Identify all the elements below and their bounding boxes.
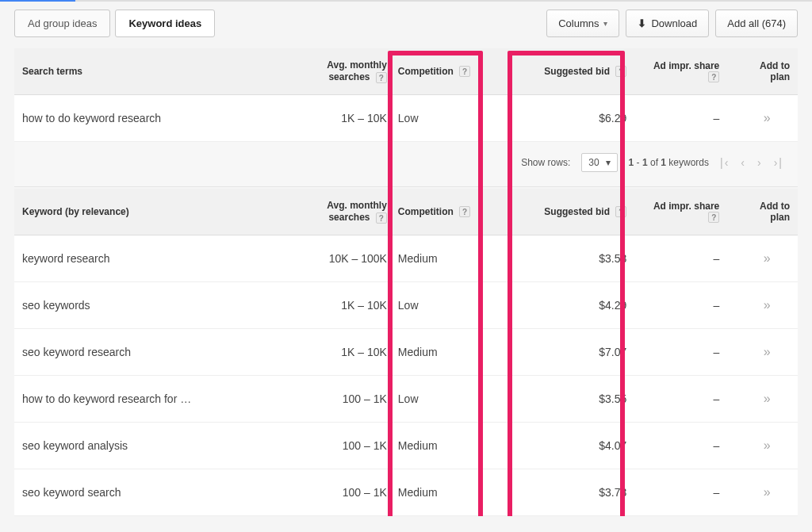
cell-impr: –	[638, 235, 733, 282]
chevron-down-icon: ▾	[603, 19, 607, 28]
cell-avg: 1K – 10K	[302, 282, 390, 329]
cell-impr: –	[638, 95, 733, 142]
add-to-plan-icon[interactable]: »	[764, 298, 768, 312]
header-suggested-bid[interactable]: Suggested bid ?	[514, 189, 638, 235]
add-to-plan-icon[interactable]: »	[764, 111, 768, 124]
cell-term: seo keywords	[14, 282, 302, 329]
cell-avg: 100 – 1K	[302, 423, 390, 469]
download-label: Download	[651, 17, 697, 29]
add-to-plan-icon[interactable]: »	[764, 392, 768, 405]
help-icon[interactable]: ?	[376, 72, 387, 83]
header-keyword-relevance[interactable]: Keyword (by relevance)	[14, 189, 302, 235]
cell-bid: $3.73	[514, 469, 638, 516]
rows-select[interactable]: 30 ▾	[581, 153, 617, 172]
download-icon: ⬇	[638, 17, 646, 29]
cell-term: seo keyword search	[14, 469, 302, 516]
cell-avg: 100 – 1K	[302, 376, 390, 423]
cell-impr: –	[638, 282, 733, 329]
show-rows-label: Show rows:	[521, 157, 570, 168]
chevron-down-icon: ▾	[606, 157, 611, 168]
help-icon[interactable]: ?	[459, 66, 470, 77]
cell-impr: –	[638, 469, 733, 516]
toolbar: Ad group ideas Keyword ideas Columns ▾ ⬇…	[0, 2, 812, 48]
cell-avg: 10K – 100K	[302, 235, 390, 282]
table-row: how to do keyword research1K – 10KLow$6.…	[14, 95, 798, 142]
add-all-label: Add all (674)	[727, 17, 786, 29]
cell-bid: $4.07	[514, 423, 638, 469]
cell-bid: $4.29	[514, 282, 638, 329]
cell-competition: Medium	[390, 329, 514, 376]
cell-impr: –	[638, 329, 733, 376]
cell-competition: Medium	[390, 235, 514, 282]
help-icon[interactable]: ?	[459, 206, 470, 217]
cell-term: seo keyword research	[14, 329, 302, 376]
tab-ad-group-ideas[interactable]: Ad group ideas	[14, 10, 110, 37]
search-terms-table: Search terms Avg. monthly searches ? Com…	[14, 48, 798, 142]
table-row: seo keyword analysis100 – 1KMedium$4.07–…	[14, 423, 798, 469]
table-row: seo keywords1K – 10KLow$4.29–»	[14, 282, 798, 329]
cell-impr: –	[638, 423, 733, 469]
table-row: keyword research10K – 100KMedium$3.58–»	[14, 235, 798, 282]
help-icon[interactable]: ?	[615, 66, 626, 77]
pager-prev-icon[interactable]: ‹	[741, 156, 746, 169]
header-add-to-plan: Add to plan	[733, 189, 798, 235]
table-row: how to do keyword research for …100 – 1K…	[14, 376, 798, 423]
cell-competition: Low	[390, 282, 514, 329]
header-add-to-plan: Add to plan	[733, 48, 798, 95]
header-search-terms[interactable]: Search terms	[14, 48, 302, 95]
header-suggested-bid[interactable]: Suggested bid ?	[514, 48, 638, 95]
header-ad-impr-share[interactable]: Ad impr. share ?	[638, 48, 733, 95]
cell-avg: 1K – 10K	[302, 95, 390, 142]
header-avg-searches[interactable]: Avg. monthly searches ?	[302, 48, 390, 95]
download-button[interactable]: ⬇ Download	[626, 10, 709, 37]
cell-competition: Low	[390, 376, 514, 423]
header-ad-impr-share[interactable]: Ad impr. share ?	[638, 189, 733, 235]
add-to-plan-icon[interactable]: »	[764, 345, 768, 358]
pager-last-icon[interactable]: ›|	[774, 156, 783, 169]
cell-avg: 1K – 10K	[302, 329, 390, 376]
cell-impr: –	[638, 376, 733, 423]
pager-first-icon[interactable]: |‹	[720, 156, 730, 169]
columns-label: Columns	[558, 17, 599, 29]
add-to-plan-icon[interactable]: »	[764, 251, 768, 265]
header-avg-searches[interactable]: Avg. monthly searches ?	[302, 189, 390, 235]
cell-term: seo keyword analysis	[14, 423, 302, 469]
tab-keyword-ideas[interactable]: Keyword ideas	[115, 10, 215, 37]
add-to-plan-icon[interactable]: »	[764, 485, 768, 499]
cell-term: how to do keyword research	[14, 95, 302, 142]
pager: Show rows: 30 ▾ 1 - 1 of 1 keywords |‹ ‹…	[14, 142, 798, 187]
header-competition[interactable]: Competition ?	[390, 189, 514, 235]
cell-avg: 100 – 1K	[302, 469, 390, 516]
add-all-button[interactable]: Add all (674)	[715, 10, 798, 37]
cell-bid: $3.55	[514, 376, 638, 423]
cell-bid: $6.29	[514, 95, 638, 142]
help-icon[interactable]: ?	[376, 212, 387, 224]
table-row: seo keyword research1K – 10KMedium$7.07–…	[14, 329, 798, 376]
help-icon[interactable]: ?	[708, 212, 719, 223]
cell-bid: $7.07	[514, 329, 638, 376]
help-icon[interactable]: ?	[708, 71, 719, 82]
cell-competition: Medium	[390, 423, 514, 469]
cell-term: how to do keyword research for …	[14, 376, 302, 423]
help-icon[interactable]: ?	[615, 206, 626, 217]
columns-button[interactable]: Columns ▾	[546, 10, 619, 37]
table-row: seo keyword search100 – 1KMedium$3.73–»	[14, 469, 798, 516]
header-competition[interactable]: Competition ?	[390, 48, 514, 95]
cell-term: keyword research	[14, 235, 302, 282]
keyword-relevance-table: Keyword (by relevance) Avg. monthly sear…	[14, 189, 798, 516]
cell-competition: Medium	[390, 469, 514, 516]
pager-range: 1 - 1 of 1 keywords	[629, 157, 709, 168]
cell-bid: $3.58	[514, 235, 638, 282]
cell-competition: Low	[390, 95, 514, 142]
pager-next-icon[interactable]: ›	[757, 156, 763, 169]
add-to-plan-icon[interactable]: »	[764, 438, 768, 452]
